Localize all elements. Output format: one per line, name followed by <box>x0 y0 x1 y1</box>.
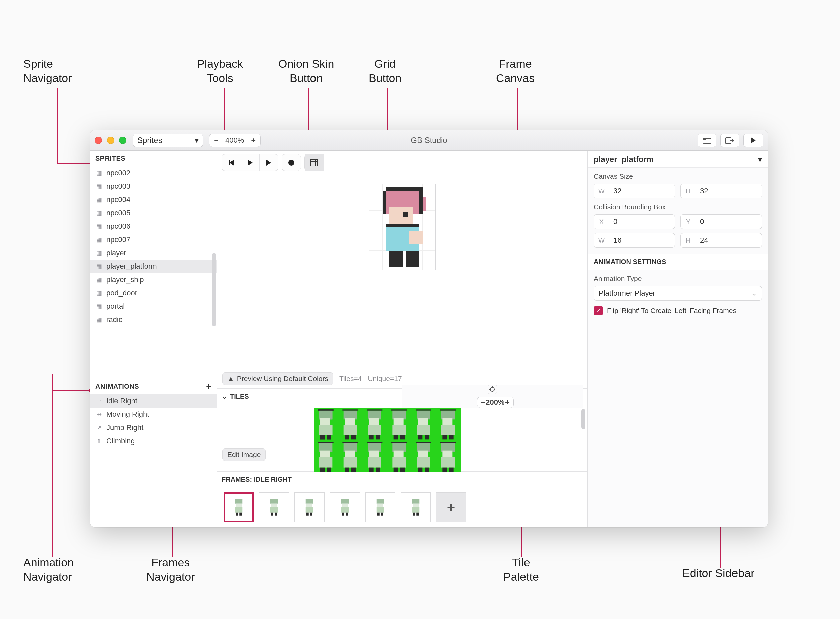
sprite-icon: ▦ <box>96 223 103 230</box>
run-button[interactable] <box>743 134 763 147</box>
frame-sprite <box>304 498 316 516</box>
grid-button[interactable] <box>305 154 323 170</box>
sprite-row-player[interactable]: ▦player <box>90 246 217 260</box>
svg-rect-10 <box>386 224 419 227</box>
sprite-icon: ▦ <box>96 263 103 270</box>
animation-row[interactable]: ↠Moving Right <box>90 408 217 421</box>
sprite-row-npc002[interactable]: ▦npc002 <box>90 166 217 179</box>
folder-button[interactable] <box>698 134 716 147</box>
locate-tile-button[interactable] <box>488 385 497 394</box>
tiles-heading[interactable]: ⌄ TILES − 200% + <box>217 389 587 404</box>
bbox-h-input[interactable]: H 24 <box>680 233 762 248</box>
frame-sprite <box>410 498 422 516</box>
add-frame-button[interactable]: + <box>436 492 466 522</box>
sprite-row-portal[interactable]: ▦portal <box>90 300 217 313</box>
minimize-icon[interactable] <box>107 137 114 144</box>
sprite-row-npc006[interactable]: ▦npc006 <box>90 220 217 233</box>
add-animation-button[interactable]: + <box>206 381 211 392</box>
onion-skin-button[interactable] <box>282 154 301 170</box>
bbox-y-input[interactable]: Y 0 <box>680 214 762 229</box>
annotation-animation-navigator: Animation Navigator <box>23 555 74 584</box>
sprite-row-npc007[interactable]: ▦npc007 <box>90 233 217 246</box>
sprite-row-npc003[interactable]: ▦npc003 <box>90 179 217 193</box>
sprite-row-npc005[interactable]: ▦npc005 <box>90 206 217 220</box>
svg-point-2 <box>289 160 295 166</box>
svg-rect-3 <box>311 159 317 166</box>
width-prefix: W <box>594 184 609 198</box>
frame-thumb[interactable] <box>365 492 395 522</box>
annotation-line <box>57 163 91 164</box>
close-icon[interactable] <box>95 137 102 144</box>
svg-rect-7 <box>389 207 413 224</box>
zoom-level[interactable]: 400% <box>223 134 246 147</box>
frame-canvas[interactable] <box>369 184 436 270</box>
prev-frame-button[interactable] <box>222 154 241 170</box>
animation-row[interactable]: ⇑Climbing <box>90 435 217 448</box>
svg-rect-16 <box>419 191 423 214</box>
next-frame-button[interactable] <box>259 154 278 170</box>
zoom-in-button[interactable]: + <box>246 134 261 147</box>
play-button[interactable] <box>241 154 259 170</box>
frames-strip: + <box>217 487 587 527</box>
animation-row[interactable]: ↗Jump Right <box>90 421 217 435</box>
annotation-tile-palette: Tile Palette <box>503 555 539 584</box>
chevron-down-icon: ▾ <box>758 154 762 164</box>
frame-canvas-area[interactable] <box>217 174 587 369</box>
zoom-out-button[interactable]: − <box>209 134 223 147</box>
frame-thumb[interactable] <box>295 492 325 522</box>
chevron-down-icon: ⌄ <box>222 392 228 401</box>
sprite-icon: ▦ <box>96 276 103 283</box>
svg-rect-15 <box>383 191 386 214</box>
edit-image-button[interactable]: Edit Image <box>222 449 266 461</box>
frame-sprite <box>339 498 351 516</box>
sprite-row-radio[interactable]: ▦radio <box>90 313 217 326</box>
frame-thumb[interactable] <box>259 492 289 522</box>
annotation-grid-button: Grid Button <box>368 57 401 85</box>
play-icon <box>750 137 756 144</box>
bbox-w-input[interactable]: W 16 <box>594 233 675 248</box>
export-button[interactable] <box>720 134 739 147</box>
canvas-width-input[interactable]: W 32 <box>594 184 675 198</box>
sprite-row-npc004[interactable]: ▦npc004 <box>90 193 217 206</box>
left-column: SPRITES ▦npc002▦npc003▦npc004▦npc005▦npc… <box>90 151 217 527</box>
scrollbar-thumb[interactable] <box>212 253 216 326</box>
sprite-row-player_platform[interactable]: ▦player_platform <box>90 260 217 273</box>
editor-sidebar: player_platform ▾ Canvas Size W 32 H 32 <box>588 151 768 527</box>
sprite-row-player_ship[interactable]: ▦player_ship <box>90 273 217 286</box>
frame-thumb[interactable] <box>330 492 360 522</box>
flip-checkbox-row[interactable]: ✓ Flip 'Right' To Create 'Left' Facing F… <box>588 301 768 321</box>
bbox-label: Collision Bounding Box <box>594 203 762 211</box>
sidebar-title-row[interactable]: player_platform ▾ <box>588 151 768 167</box>
maximize-icon[interactable] <box>119 137 126 144</box>
animation-icon: ↗ <box>96 424 103 432</box>
frame-thumb[interactable] <box>401 492 431 522</box>
annotation-editor-sidebar: Editor Sidebar <box>683 566 754 580</box>
svg-rect-13 <box>406 251 419 267</box>
annotation-line <box>57 88 58 163</box>
animation-settings-heading: ANIMATION SETTINGS <box>588 254 768 270</box>
annotation-line <box>52 390 91 392</box>
app-window: Sprites ▾ − 400% + GB Studio SPRITES <box>90 130 768 527</box>
skip-forward-icon <box>266 159 273 166</box>
anim-type-select[interactable]: Platformer Player ⌄ <box>594 286 762 301</box>
animation-row[interactable]: →Idle Right <box>90 395 217 408</box>
sprite-row-pod_door[interactable]: ▦pod_door <box>90 286 217 300</box>
animation-list[interactable]: →Idle Right↠Moving Right↗Jump Right⇑Clim… <box>90 395 217 527</box>
flip-label: Flip 'Right' To Create 'Left' Facing Fra… <box>607 307 737 315</box>
export-icon <box>725 137 734 144</box>
annotation-line <box>52 374 53 556</box>
tile-palette-area[interactable]: Edit Image <box>217 404 587 471</box>
canvas-height-input[interactable]: H 32 <box>680 184 762 198</box>
annotation-playback-tools: Playback Tools <box>197 57 243 85</box>
tiles-scrollbar[interactable] <box>581 409 585 429</box>
frame-thumb[interactable] <box>224 492 254 522</box>
preview-colors-chip[interactable]: ▲ Preview Using Default Colors <box>222 372 333 385</box>
bbox-x-input[interactable]: X 0 <box>594 214 675 229</box>
sprite-list[interactable]: ▦npc002▦npc003▦npc004▦npc005▦npc006▦npc0… <box>90 166 217 379</box>
tile-sheet[interactable] <box>314 408 461 472</box>
mode-select[interactable]: Sprites ▾ <box>133 134 203 147</box>
svg-rect-8 <box>403 212 408 217</box>
sprite-icon: ▦ <box>96 169 103 176</box>
sprite-icon: ▦ <box>96 316 103 323</box>
sprites-heading: SPRITES <box>90 151 217 166</box>
